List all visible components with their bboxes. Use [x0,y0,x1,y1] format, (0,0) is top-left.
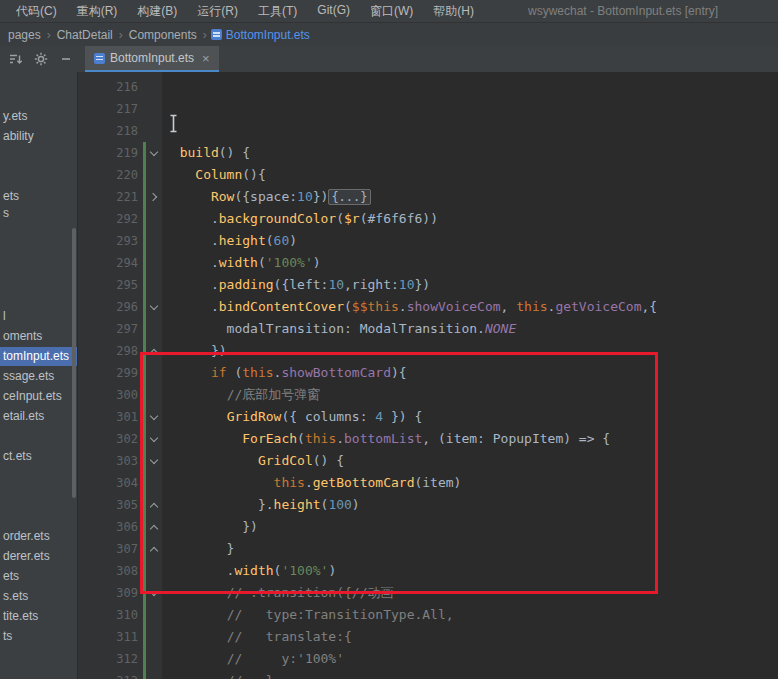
code-line-220[interactable]: 220 Column(){ [78,164,778,186]
code-text [162,98,164,120]
code-line-221[interactable]: 221 Row({space:10}){...} [78,186,778,208]
code-text: //底部加号弹窗 [162,384,320,406]
code-line-307[interactable]: 307 } [78,538,778,560]
tab-close-icon[interactable]: × [202,52,210,65]
project-tree-item[interactable]: ts [0,627,77,646]
fold-up-icon[interactable] [146,538,162,560]
menu-item[interactable]: 重构(R) [67,0,128,23]
project-tree-item[interactable]: ct.ets [0,447,77,466]
fold-right-icon[interactable] [146,186,162,208]
menu-item[interactable]: 窗口(W) [360,0,423,23]
code-line-311[interactable]: 311 // translate:{ [78,626,778,648]
project-tree-item[interactable]: oments [0,327,77,346]
line-number: 305 [78,494,140,516]
settings-gear-icon[interactable] [33,51,49,67]
fold-down-icon[interactable] [146,428,162,450]
code-line-300[interactable]: 300 //底部加号弹窗 [78,384,778,406]
line-number: 309 [78,582,140,604]
fold-up-icon[interactable] [146,494,162,516]
code-line-310[interactable]: 310 // type:TransitionType.All, [78,604,778,626]
project-tree-item[interactable]: tite.ets [0,607,77,626]
code-text: Column(){ [162,164,266,186]
code-editor[interactable]: 216217218219 build() {220 Column(){221 R… [78,72,778,679]
project-tree-item[interactable]: ability [0,127,77,146]
code-text: GridCol() { [162,450,344,472]
fold-up-icon[interactable] [146,516,162,538]
project-tree-item[interactable]: l [0,307,77,326]
code-line-297[interactable]: 297 modalTransition: ModalTransition.NON… [78,318,778,340]
project-tree-item[interactable]: tomInput.ets [0,347,77,366]
code-line-306[interactable]: 306 }) [78,516,778,538]
code-line-219[interactable]: 219 build() { [78,142,778,164]
code-text: if (this.showBottomCard){ [162,362,407,384]
hide-panel-icon[interactable] [58,51,74,67]
menu-item[interactable]: 帮助(H) [423,0,484,23]
fold-up-icon[interactable] [146,340,162,362]
fold-down-icon[interactable] [146,582,162,604]
menu-item[interactable]: Git(G) [307,0,360,23]
code-line-299[interactable]: 299 if (this.showBottomCard){ [78,362,778,384]
code-text: modalTransition: ModalTransition.NONE [162,318,516,340]
code-line-312[interactable]: 312 // y:'100%' [78,648,778,670]
code-text [162,76,164,98]
project-tree-item[interactable]: ets [0,567,77,586]
line-number: 218 [78,120,140,142]
code-line-292[interactable]: 292 .backgroundColor($r(#f6f6f6)) [78,208,778,230]
editor-tab-bottominput[interactable]: BottomInput.ets × [85,46,219,72]
breadcrumb-separator-icon: › [199,28,211,42]
code-line-298[interactable]: 298 }) [78,340,778,362]
menu-item[interactable]: 代码(C) [6,0,67,23]
code-line-305[interactable]: 305 }.height(100) [78,494,778,516]
line-number: 301 [78,406,140,428]
breadcrumb-item[interactable]: Components [127,28,199,42]
menu-item[interactable]: 运行(R) [187,0,248,23]
breadcrumb-separator-icon: › [115,28,127,42]
sort-icon[interactable] [8,51,24,67]
code-line-218[interactable]: 218 [78,120,778,142]
tab-bar: BottomInput.ets × [0,46,778,72]
code-line-308[interactable]: 308 .width('100%') [78,560,778,582]
code-line-313[interactable]: 313 // } [78,670,778,679]
fold-down-icon[interactable] [146,406,162,428]
fold-gutter [146,384,162,406]
line-number: 292 [78,208,140,230]
code-line-301[interactable]: 301 GridRow({ columns: 4 }) { [78,406,778,428]
project-tree-item[interactable]: s.ets [0,587,77,606]
code-line-293[interactable]: 293 .height(60) [78,230,778,252]
project-tree-item[interactable]: ssage.ets [0,367,77,386]
project-tree-item[interactable]: y.ets [0,107,77,126]
fold-gutter [146,208,162,230]
code-text: }.height(100) [162,494,360,516]
breadcrumb-items: pages›ChatDetail›Components› [6,28,211,42]
code-text: ForEach(this.bottomList, (item: PopupIte… [162,428,610,450]
code-line-303[interactable]: 303 GridCol() { [78,450,778,472]
line-number: 300 [78,384,140,406]
line-number: 307 [78,538,140,560]
code-line-295[interactable]: 295 .padding({left:10,right:10}) [78,274,778,296]
project-scrollbar[interactable] [72,228,76,498]
breadcrumb-item[interactable]: ChatDetail [55,28,115,42]
project-tree-item[interactable]: etail.ets [0,407,77,426]
project-tree-item[interactable]: ceInput.ets [0,387,77,406]
menu-item[interactable]: 构建(B) [127,0,187,23]
breadcrumb-item[interactable]: pages [6,28,43,42]
project-tree-item[interactable]: order.ets [0,527,77,546]
code-line-309[interactable]: 309 // .transition({//动画 [78,582,778,604]
menu-item[interactable]: 工具(T) [248,0,307,23]
code-line-294[interactable]: 294 .width('100%') [78,252,778,274]
code-line-304[interactable]: 304 this.getBottomCard(item) [78,472,778,494]
fold-down-icon[interactable] [146,142,162,164]
line-number: 294 [78,252,140,274]
fold-down-icon[interactable] [146,450,162,472]
code-line-296[interactable]: 296 .bindContentCover($$this.showVoiceCo… [78,296,778,318]
project-tree-item[interactable]: derer.ets [0,547,77,566]
code-text: }) [162,340,227,362]
code-text: .width('100%') [162,560,336,582]
code-text: // } [162,670,274,679]
code-line-217[interactable]: 217 [78,98,778,120]
code-line-216[interactable]: 216 [78,76,778,98]
code-line-302[interactable]: 302 ForEach(this.bottomList, (item: Popu… [78,428,778,450]
breadcrumb-file[interactable]: BottomInput.ets [211,28,310,42]
fold-down-icon[interactable] [146,296,162,318]
project-tree-item[interactable]: s [0,204,77,223]
